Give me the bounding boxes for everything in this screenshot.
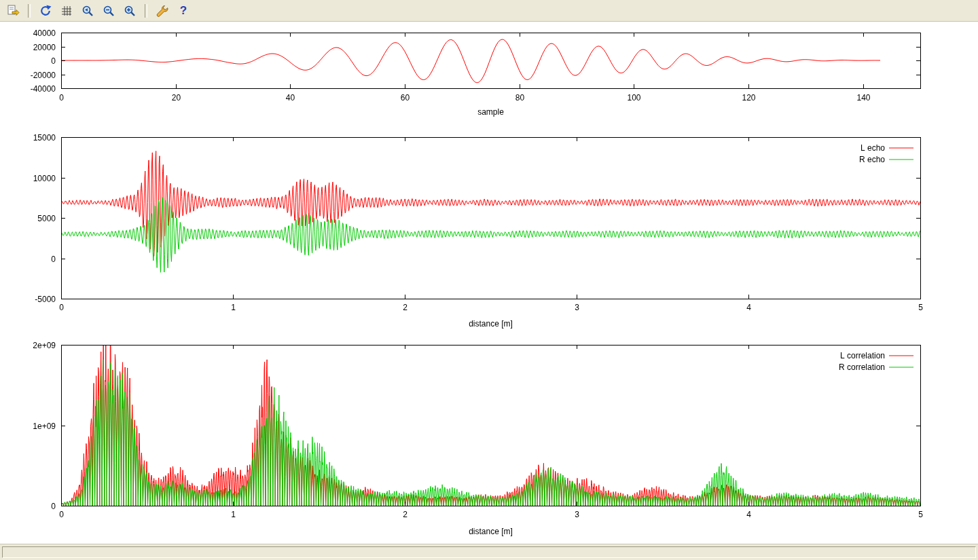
toolbar-separator [145, 4, 147, 18]
wrench-icon [156, 4, 169, 18]
help-button[interactable]: ? [175, 2, 192, 20]
correlation-chart[interactable] [0, 335, 978, 543]
zoom-previous-icon [81, 4, 94, 18]
grid-icon [60, 4, 73, 18]
toolbar: ? [0, 0, 978, 22]
zoom-out-icon [102, 4, 115, 18]
zoom-previous-button[interactable] [79, 2, 96, 20]
status-text [2, 546, 976, 558]
zoom-out-button[interactable] [100, 2, 117, 20]
export-button[interactable] [4, 2, 22, 20]
help-icon: ? [180, 5, 187, 16]
status-bar [0, 544, 978, 560]
replot-button[interactable] [37, 2, 54, 20]
config-button[interactable] [153, 2, 171, 20]
toolbar-separator [28, 4, 31, 18]
echo-chart[interactable] [0, 132, 978, 335]
zoom-in-icon [123, 4, 137, 18]
zoom-in-button[interactable] [121, 2, 139, 20]
export-icon [6, 4, 20, 18]
plot-area [0, 22, 978, 544]
signal-chart[interactable] [0, 24, 978, 132]
refresh-icon [39, 4, 52, 18]
toggle-grid-button[interactable] [58, 2, 75, 20]
gnuplot-window: ? [0, 0, 978, 560]
